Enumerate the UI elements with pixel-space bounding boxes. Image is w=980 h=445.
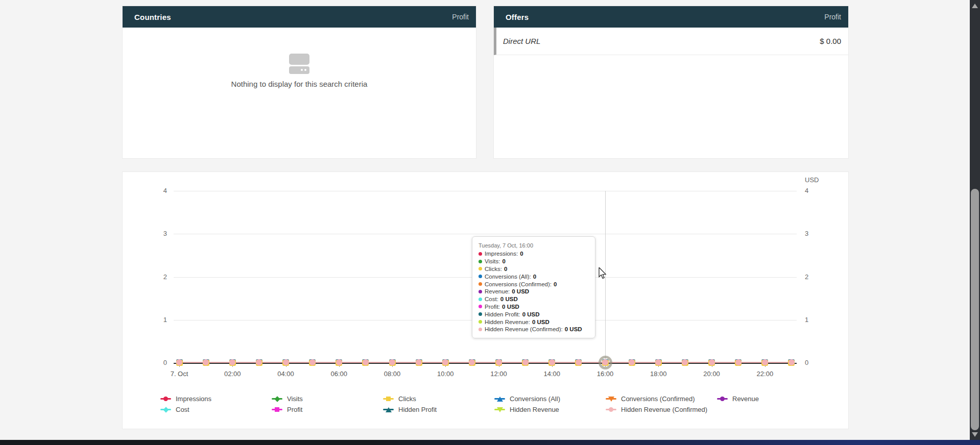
offer-profit-value: $ 0.00 (820, 37, 841, 45)
scroll-down-arrow-icon[interactable] (972, 432, 978, 437)
legend-label: Impressions (176, 395, 211, 403)
data-point-marker[interactable] (229, 359, 236, 366)
legend-item-profit[interactable]: Profit (272, 404, 302, 415)
data-point-marker[interactable] (655, 359, 662, 366)
legend-label: Revenue (732, 395, 759, 403)
y-tick-label-right: 1 (805, 316, 827, 324)
legend-marker-shape (497, 407, 503, 412)
legend-item-visits[interactable]: Visits (272, 393, 303, 404)
data-point-marker[interactable] (442, 359, 449, 366)
legend-item-cost[interactable]: Cost (160, 404, 189, 415)
tooltip-series-value: 0 USD (532, 319, 549, 325)
countries-metric-label: Profit (452, 13, 469, 21)
data-point-marker[interactable] (176, 359, 183, 366)
flat-series-line (179, 362, 792, 363)
legend-item-revenue[interactable]: Revenue (717, 393, 759, 404)
data-point-marker[interactable] (336, 359, 342, 366)
data-point-marker[interactable] (495, 359, 502, 366)
tooltip-series-label: Visits: (485, 258, 500, 264)
tooltip-series-bullet (479, 305, 482, 308)
legend-marker-shape (386, 407, 392, 412)
bottom-bar (0, 440, 980, 445)
tooltip-series-bullet (479, 275, 482, 278)
x-tick-label: 04:00 (270, 370, 302, 378)
offers-panel-title: Offers (506, 13, 529, 21)
x-tick-label: 18:00 (642, 370, 675, 378)
legend-marker-shape (163, 397, 168, 401)
data-point-marker[interactable] (761, 359, 768, 366)
tooltip-series-label: Hidden Profit: (485, 311, 520, 317)
offers-panel-header: Offers Profit (494, 6, 848, 28)
tooltip-series-value: 0 USD (522, 311, 540, 317)
tooltip-series-label: Clicks: (485, 266, 502, 272)
countries-panel-title: Countries (134, 13, 171, 21)
y-tick-label-right: 3 (805, 230, 827, 238)
legend-item-hidden-profit[interactable]: Hidden Profit (383, 404, 437, 415)
tooltip-series-label: Conversions (All): (485, 274, 531, 280)
y-grid-line (174, 234, 797, 234)
tooltip-row: Hidden Revenue (Confirmed):0 USD (479, 326, 589, 333)
x-tick-label: 06:00 (323, 370, 355, 378)
no-data-icon (288, 54, 311, 74)
scroll-up-arrow-icon[interactable] (972, 4, 978, 8)
tooltip-row: Visits:0 (479, 258, 589, 265)
tooltip-row: Hidden Profit:0 USD (479, 310, 589, 318)
chart-panel: USD Tuesday, 7 Oct, 16:00 Impressions:0V… (123, 172, 848, 429)
tooltip-row: Impressions:0 (479, 250, 589, 258)
legend-marker-icon (383, 395, 394, 402)
data-point-marker[interactable] (416, 359, 422, 366)
legend-item-clicks[interactable]: Clicks (383, 393, 416, 404)
data-point-marker[interactable] (203, 359, 209, 366)
tooltip-row: Conversions (Confirmed):0 (479, 280, 589, 288)
scrollbar[interactable] (970, 0, 980, 440)
x-tick-label: 16:00 (589, 370, 622, 378)
data-point-marker[interactable] (575, 359, 582, 366)
scrollbar-thumb[interactable] (971, 189, 979, 430)
legend-marker-icon (606, 406, 616, 413)
data-point-marker[interactable] (309, 359, 316, 366)
legend-marker-shape (386, 397, 391, 401)
data-point-marker[interactable] (682, 359, 688, 366)
data-point-marker[interactable] (389, 359, 396, 366)
tooltip-title: Tuesday, 7 Oct, 16:00 (479, 242, 589, 249)
tooltip-series-value: 0 (502, 258, 505, 264)
data-point-marker[interactable] (735, 359, 742, 366)
data-point-marker[interactable] (282, 359, 289, 366)
data-point-marker[interactable] (788, 359, 795, 366)
tooltip-series-bullet (479, 267, 482, 270)
tooltip-series-label: Impressions: (485, 251, 518, 257)
legend-item-hidden-revenue[interactable]: Hidden Revenue (494, 404, 559, 415)
data-point-marker[interactable] (548, 359, 555, 366)
legend-marker-icon (717, 395, 728, 402)
legend-item-impressions[interactable]: Impressions (160, 393, 211, 404)
legend-label: Conversions (All) (510, 395, 560, 403)
y-tick-label-right: 0 (805, 359, 827, 367)
data-point-marker[interactable] (256, 359, 262, 366)
data-point-marker[interactable] (469, 359, 475, 366)
y-tick-label-right: 4 (805, 187, 827, 195)
x-tick-label: 08:00 (376, 370, 409, 378)
offers-panel: Offers Profit Direct URL $ 0.00 (494, 6, 848, 158)
tooltip-series-bullet (479, 260, 482, 263)
y-tick-label-left: 3 (145, 230, 167, 238)
data-point-marker[interactable] (522, 359, 529, 366)
legend-item-conversions-confirmed[interactable]: Conversions (Confirmed) (606, 393, 695, 404)
tooltip-row: Conversions (All):0 (479, 273, 589, 280)
chart-plot-area[interactable]: USD Tuesday, 7 Oct, 16:00 Impressions:0V… (123, 172, 848, 429)
tooltip-row: Hidden Revenue:0 USD (479, 318, 589, 326)
crosshair-line (605, 191, 606, 363)
legend-item-conversions-all[interactable]: Conversions (All) (494, 393, 560, 404)
data-point-marker[interactable] (602, 359, 609, 366)
legend-item-hidden-revenue-confirmed[interactable]: Hidden Revenue (Confirmed) (606, 404, 707, 415)
tooltip-series-value: 0 USD (502, 304, 519, 310)
offers-metric-label: Profit (824, 13, 841, 21)
data-point-marker[interactable] (362, 359, 369, 366)
tooltip-series-value: 0 (504, 266, 507, 272)
tooltip-row: Cost:0 USD (479, 295, 589, 303)
legend-label: Profit (287, 406, 302, 413)
tooltip-series-value: 0 (520, 251, 523, 257)
data-point-marker[interactable] (629, 359, 635, 366)
offer-row-direct-url[interactable]: Direct URL $ 0.00 (494, 28, 848, 55)
data-point-marker[interactable] (708, 359, 715, 366)
tooltip-series-bullet (479, 252, 482, 256)
